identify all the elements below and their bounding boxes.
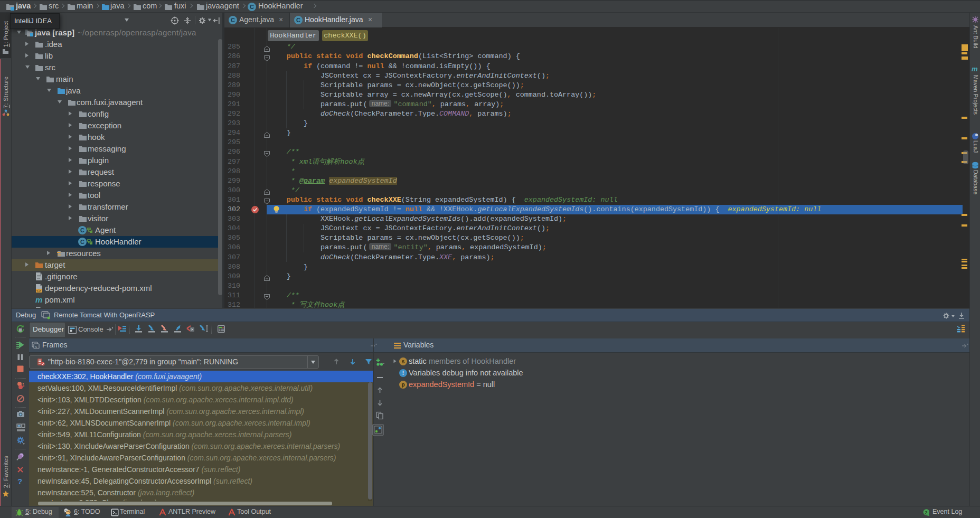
svg-text:s: s bbox=[35, 344, 37, 349]
svg-text:<>: <> bbox=[36, 289, 41, 293]
svg-text:2: 2 bbox=[925, 510, 928, 515]
